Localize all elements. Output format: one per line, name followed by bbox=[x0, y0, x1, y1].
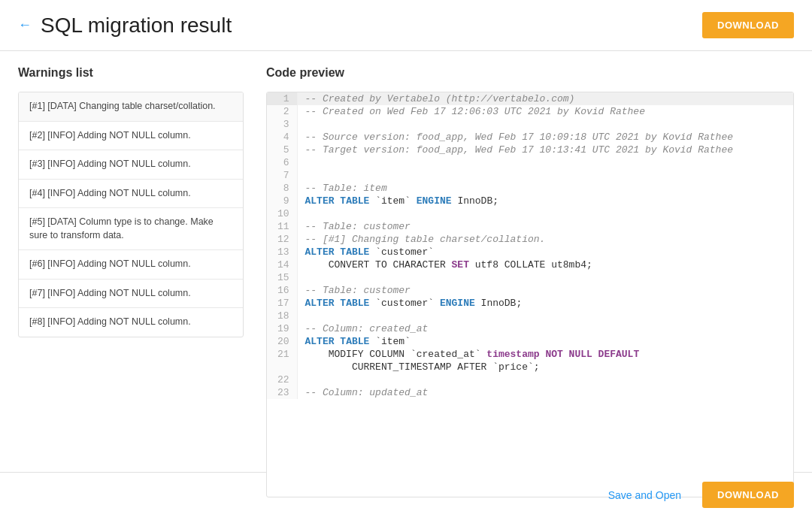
table-row: 20 ALTER TABLE `item` bbox=[267, 335, 793, 348]
table-row: 17 ALTER TABLE `customer` ENGINE InnoDB; bbox=[267, 297, 793, 310]
line-number: 13 bbox=[267, 246, 297, 258]
line-code: ALTER TABLE `customer` ENGINE InnoDB; bbox=[297, 297, 793, 310]
line-code bbox=[297, 118, 793, 131]
table-row: 16 -- Table: customer bbox=[267, 284, 793, 297]
line-number: 1 bbox=[267, 92, 297, 105]
download-button-footer[interactable]: DOWNLOAD bbox=[702, 482, 794, 508]
main-content: Warnings list [#1] [DATA] Changing table… bbox=[0, 51, 812, 472]
line-number: 5 bbox=[267, 144, 297, 156]
save-open-button[interactable]: Save and Open bbox=[599, 483, 690, 507]
list-item: [#5] [DATA] Column type is to change. Ma… bbox=[19, 208, 243, 250]
table-row: 1 -- Created by Vertabelo (http://vertab… bbox=[267, 92, 793, 105]
table-row: 13 ALTER TABLE `customer` bbox=[267, 246, 793, 258]
list-item: [#3] [INFO] Adding NOT NULL column. bbox=[19, 150, 243, 180]
table-row: 19 -- Column: created_at bbox=[267, 322, 793, 335]
list-item: [#1] [DATA] Changing table charset/colla… bbox=[19, 92, 243, 122]
line-number: 19 bbox=[267, 322, 297, 335]
line-code: ALTER TABLE `item` bbox=[297, 335, 793, 348]
code-panel-title: Code preview bbox=[266, 66, 794, 80]
line-number: 23 bbox=[267, 386, 297, 399]
warnings-list: [#1] [DATA] Changing table charset/colla… bbox=[18, 92, 244, 337]
table-row: 9 ALTER TABLE `item` ENGINE InnoDB; bbox=[267, 195, 793, 207]
page-header: ← SQL migration result DOWNLOAD bbox=[0, 0, 812, 51]
code-table: 1 -- Created by Vertabelo (http://vertab… bbox=[267, 92, 793, 399]
line-code: -- Table: customer bbox=[297, 284, 793, 297]
line-number: 7 bbox=[267, 169, 297, 182]
table-row: 23 -- Column: updated_at bbox=[267, 386, 793, 399]
warnings-panel: Warnings list [#1] [DATA] Changing table… bbox=[18, 51, 259, 472]
list-item: [#4] [INFO] Adding NOT NULL column. bbox=[19, 180, 243, 209]
table-row: 15 bbox=[267, 271, 793, 284]
page-title: SQL migration result bbox=[41, 14, 232, 38]
table-row: 12 -- [#1] Changing table charset/collat… bbox=[267, 233, 793, 246]
line-code bbox=[297, 207, 793, 220]
line-number: 16 bbox=[267, 284, 297, 297]
back-arrow-icon[interactable]: ← bbox=[18, 17, 32, 33]
line-number: 10 bbox=[267, 207, 297, 220]
line-number bbox=[267, 361, 297, 373]
line-code: CONVERT TO CHARACTER SET utf8 COLLATE ut… bbox=[297, 258, 793, 271]
line-code bbox=[297, 156, 793, 169]
line-code bbox=[297, 373, 793, 386]
table-row: 2 -- Created on Wed Feb 17 12:06:03 UTC … bbox=[267, 105, 793, 118]
table-row: 18 bbox=[267, 310, 793, 322]
table-row: 7 bbox=[267, 169, 793, 182]
line-code: MODIFY COLUMN `created_at` timestamp NOT… bbox=[297, 348, 793, 361]
warnings-panel-title: Warnings list bbox=[18, 66, 244, 80]
list-item: [#6] [INFO] Adding NOT NULL column. bbox=[19, 250, 243, 280]
line-number: 18 bbox=[267, 310, 297, 322]
table-row: 6 bbox=[267, 156, 793, 169]
table-row: 21 MODIFY COLUMN `created_at` timestamp … bbox=[267, 348, 793, 361]
list-item: [#7] [INFO] Adding NOT NULL column. bbox=[19, 280, 243, 309]
code-container[interactable]: 1 -- Created by Vertabelo (http://vertab… bbox=[266, 92, 794, 497]
line-code: -- Source version: food_app, Wed Feb 17 … bbox=[297, 131, 793, 144]
code-panel: Code preview 1 -- Created by Vertabelo (… bbox=[259, 51, 794, 472]
table-row: 4 -- Source version: food_app, Wed Feb 1… bbox=[267, 131, 793, 144]
line-number: 3 bbox=[267, 118, 297, 131]
line-number: 14 bbox=[267, 258, 297, 271]
table-row: 8 -- Table: item bbox=[267, 182, 793, 195]
line-code: -- Column: updated_at bbox=[297, 386, 793, 399]
line-code: -- Target version: food_app, Wed Feb 17 … bbox=[297, 144, 793, 156]
line-code: CURRENT_TIMESTAMP AFTER `price`; bbox=[297, 361, 793, 373]
line-code: -- Column: created_at bbox=[297, 322, 793, 335]
table-row: 11 -- Table: customer bbox=[267, 220, 793, 233]
line-code bbox=[297, 271, 793, 284]
table-row: 3 bbox=[267, 118, 793, 131]
line-code: ALTER TABLE `customer` bbox=[297, 246, 793, 258]
table-row: 10 bbox=[267, 207, 793, 220]
line-number: 15 bbox=[267, 271, 297, 284]
table-row: 22 bbox=[267, 373, 793, 386]
list-item: [#8] [INFO] Adding NOT NULL column. bbox=[19, 308, 243, 337]
table-row: CURRENT_TIMESTAMP AFTER `price`; bbox=[267, 361, 793, 373]
line-code: -- Table: customer bbox=[297, 220, 793, 233]
table-row: 5 -- Target version: food_app, Wed Feb 1… bbox=[267, 144, 793, 156]
line-number: 8 bbox=[267, 182, 297, 195]
line-code bbox=[297, 169, 793, 182]
line-number: 4 bbox=[267, 131, 297, 144]
list-item: [#2] [INFO] Adding NOT NULL column. bbox=[19, 122, 243, 151]
line-number: 6 bbox=[267, 156, 297, 169]
line-code: -- Table: item bbox=[297, 182, 793, 195]
line-number: 17 bbox=[267, 297, 297, 310]
line-code bbox=[297, 310, 793, 322]
line-number: 21 bbox=[267, 348, 297, 361]
header-left: ← SQL migration result bbox=[18, 14, 232, 38]
line-number: 12 bbox=[267, 233, 297, 246]
line-code: -- [#1] Changing table charset/collation… bbox=[297, 233, 793, 246]
line-number: 11 bbox=[267, 220, 297, 233]
line-number: 20 bbox=[267, 335, 297, 348]
table-row: 14 CONVERT TO CHARACTER SET utf8 COLLATE… bbox=[267, 258, 793, 271]
line-code: -- Created by Vertabelo (http://vertabel… bbox=[297, 92, 793, 105]
download-button-header[interactable]: DOWNLOAD bbox=[702, 12, 794, 38]
line-number: 9 bbox=[267, 195, 297, 207]
line-code: ALTER TABLE `item` ENGINE InnoDB; bbox=[297, 195, 793, 207]
line-code: -- Created on Wed Feb 17 12:06:03 UTC 20… bbox=[297, 105, 793, 118]
line-number: 2 bbox=[267, 105, 297, 118]
line-number: 22 bbox=[267, 373, 297, 386]
